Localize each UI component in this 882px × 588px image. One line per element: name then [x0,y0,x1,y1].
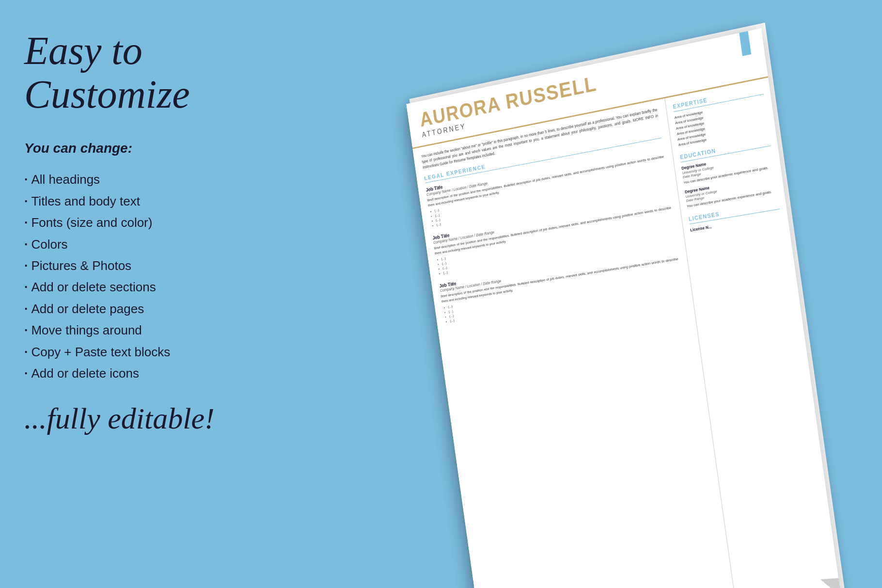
list-item: Add or delete sections [24,278,276,296]
main-title: Easy to Customize [24,29,276,116]
feature-list: All headings Titles and body text Fonts … [24,171,276,382]
list-item: Pictures & Photos [24,257,276,274]
subtitle: You can change: [24,141,276,156]
left-panel: Easy to Customize You can change: All he… [0,0,300,588]
list-item: Copy + Paste text blocks [24,343,276,361]
list-item: Colors [24,236,276,253]
list-item: Add or delete icons [24,365,276,382]
list-item: Add or delete pages [24,300,276,318]
list-item: Fonts (size and color) [24,214,276,231]
education-section: EDUCATION Degree Name University or Coll… [679,138,777,209]
list-item: Move things around [24,321,276,339]
list-item: All headings [24,171,276,188]
footer-text: ...fully editable! [24,401,276,436]
list-item: Titles and body text [24,192,276,210]
expertise-section: EXPERTISE Area of knowledge Area of know… [673,86,769,147]
resume-container: AURORA RUSSELL ATTORNEY You can include … [333,0,882,588]
resume-body: You can include the section "about me" o… [412,78,840,588]
